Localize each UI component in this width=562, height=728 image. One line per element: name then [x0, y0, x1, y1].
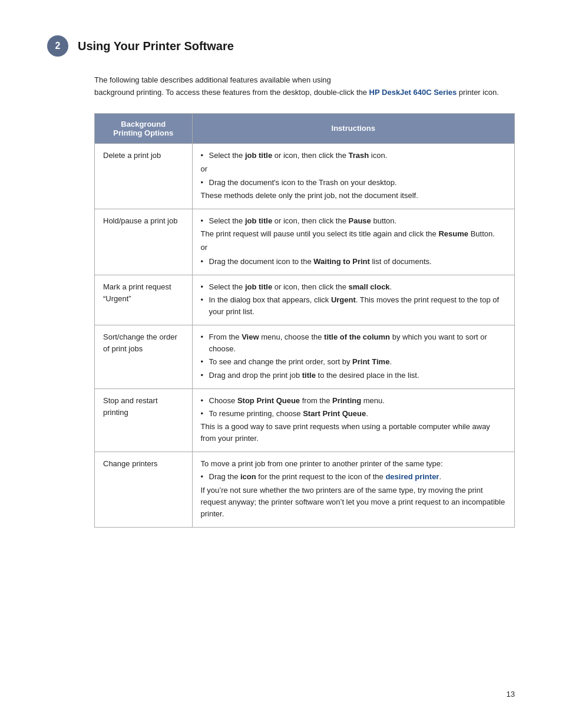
instructions-cell: To move a print job from one printer to … — [192, 452, 514, 527]
bullet-char: • — [201, 177, 204, 189]
chapter-title: Using Your Printer Software — [78, 39, 234, 53]
text-segment: for the print request to the icon of the — [256, 472, 386, 481]
text-segment: View — [242, 332, 259, 341]
text-segment: or icon, then click the — [272, 151, 348, 160]
bullet-char: • — [201, 395, 204, 407]
text-segment: from the — [300, 396, 332, 405]
text-segment: or icon, then click the — [272, 282, 348, 291]
option-cell: Sort/change the order of print jobs — [95, 325, 192, 389]
text-segment: job title — [245, 151, 272, 160]
text-segment: This is a good way to save print request… — [201, 422, 490, 443]
instructions-cell: •Select the job title or icon, then clic… — [192, 275, 514, 325]
plain-text: If you’re not sure whether the two print… — [201, 485, 507, 520]
text-segment: desired printer — [385, 472, 439, 481]
option-cell: Stop and restart printing — [95, 388, 192, 452]
text-segment: From the — [209, 332, 242, 341]
hp-brand: HP DeskJet 640C Series — [369, 88, 457, 97]
bullet-item: •In the dialog box that appears, click U… — [201, 294, 507, 318]
text-segment: . — [366, 409, 368, 418]
bullet-item: •Select the job title or icon, then clic… — [201, 281, 507, 293]
text-segment: . — [389, 357, 392, 366]
chapter-header: 2 Using Your Printer Software — [47, 35, 515, 57]
text-segment: job title — [245, 216, 272, 225]
plain-text: The print request will pause until you s… — [201, 228, 507, 240]
text-segment: . — [390, 282, 392, 291]
text-segment: menu, choose the — [259, 332, 325, 341]
table-row: Sort/change the order of print jobs•From… — [95, 325, 514, 389]
text-segment: To resume printing, choose — [209, 409, 303, 418]
table-row: Mark a print request “Urgent”•Select the… — [95, 275, 514, 325]
text-segment: or icon, then click the — [272, 216, 348, 225]
chapter-number: 2 — [55, 41, 61, 51]
plain-text: To move a print job from one printer to … — [201, 458, 507, 470]
bullet-item: •Drag the icon for the print request to … — [201, 471, 507, 483]
bullet-char: • — [201, 215, 204, 227]
bullet-item: •Choose Stop Print Queue from the Printi… — [201, 395, 507, 407]
table-row: Change printersTo move a print job from … — [95, 452, 514, 527]
text-segment: Waiting to Print — [313, 257, 370, 266]
page: 2 Using Your Printer Software The follow… — [0, 0, 562, 728]
text-segment: If you’re not sure whether the two print… — [201, 486, 505, 518]
bullet-char: • — [201, 356, 204, 368]
text-segment: title of the column — [324, 332, 390, 341]
col1-header: BackgroundPrinting Options — [95, 114, 192, 144]
text-segment: Select the — [209, 151, 245, 160]
text-segment: The print request will pause until you s… — [201, 229, 439, 238]
bullet-char: • — [201, 294, 204, 306]
table-row: Stop and restart printing•Choose Stop Pr… — [95, 388, 514, 452]
bullet-char: • — [201, 471, 204, 483]
table-header-row: BackgroundPrinting Options Instructions — [95, 114, 514, 144]
text-segment: To see and change the print order, sort … — [209, 357, 353, 366]
text-segment: icon — [240, 472, 256, 481]
bullet-item: •Select the job title or icon, then clic… — [201, 150, 507, 162]
text-segment: to the desired place in the list. — [316, 371, 419, 380]
text-segment: Urgent — [331, 295, 356, 304]
text-segment: menu. — [361, 396, 385, 405]
plain-text: These methods delete only the print job,… — [201, 190, 507, 202]
table-row: Hold/pause a print job•Select the job ti… — [95, 209, 514, 275]
text-segment: These methods delete only the print job,… — [201, 191, 418, 200]
text-segment: list of documents. — [370, 257, 432, 266]
col2-header: Instructions — [192, 114, 514, 144]
instructions-cell: •From the View menu, choose the title of… — [192, 325, 514, 389]
text-segment: Drag and drop the print job — [209, 371, 302, 380]
bullet-item: •From the View menu, choose the title of… — [201, 331, 507, 355]
bullet-item: •Drag the document icon to the Waiting t… — [201, 256, 507, 268]
bullet-char: • — [201, 281, 204, 293]
text-segment: Pause — [349, 216, 371, 225]
table-row: Delete a print job•Select the job title … — [95, 143, 514, 209]
intro-text3: printer icon. — [457, 88, 499, 97]
text-segment: Select the — [209, 216, 245, 225]
text-segment: To move a print job from one printer to … — [201, 459, 443, 468]
text-segment: Button. — [468, 229, 495, 238]
text-segment: small clock — [349, 282, 390, 291]
bullet-item: •To resume printing, choose Start Print … — [201, 408, 507, 420]
page-number: 13 — [507, 690, 515, 699]
option-cell: Change printers — [95, 452, 192, 527]
text-segment: Stop Print Queue — [237, 396, 300, 405]
instructions-cell: •Select the job title or icon, then clic… — [192, 143, 514, 209]
or-text: or — [201, 242, 507, 253]
bullet-char: • — [201, 408, 204, 420]
bullet-char: • — [201, 370, 204, 381]
background-printing-table: BackgroundPrinting Options Instructions … — [94, 113, 515, 528]
text-segment: Resume — [438, 229, 468, 238]
bullet-char: • — [201, 150, 204, 162]
text-segment: In the dialog box that appears, click — [209, 295, 331, 304]
text-segment: Drag the document's icon to the Trash on… — [209, 178, 397, 187]
bullet-char: • — [201, 256, 204, 268]
text-segment: Print Time — [352, 357, 389, 366]
instructions-cell: •Choose Stop Print Queue from the Printi… — [192, 388, 514, 452]
chapter-badge: 2 — [47, 35, 68, 57]
bullet-item: •Drag the document's icon to the Trash o… — [201, 177, 507, 189]
instructions-cell: •Select the job title or icon, then clic… — [192, 209, 514, 275]
text-segment: job title — [245, 282, 272, 291]
plain-text: This is a good way to save print request… — [201, 421, 507, 444]
bullet-char: • — [201, 331, 204, 343]
text-segment: Drag the — [209, 472, 240, 481]
bullet-item: •To see and change the print order, sort… — [201, 356, 507, 368]
intro-text1: The following table describes additional… — [94, 75, 331, 84]
option-cell: Mark a print request “Urgent” — [95, 275, 192, 325]
text-segment: . — [439, 472, 441, 481]
text-segment: icon. — [369, 151, 387, 160]
